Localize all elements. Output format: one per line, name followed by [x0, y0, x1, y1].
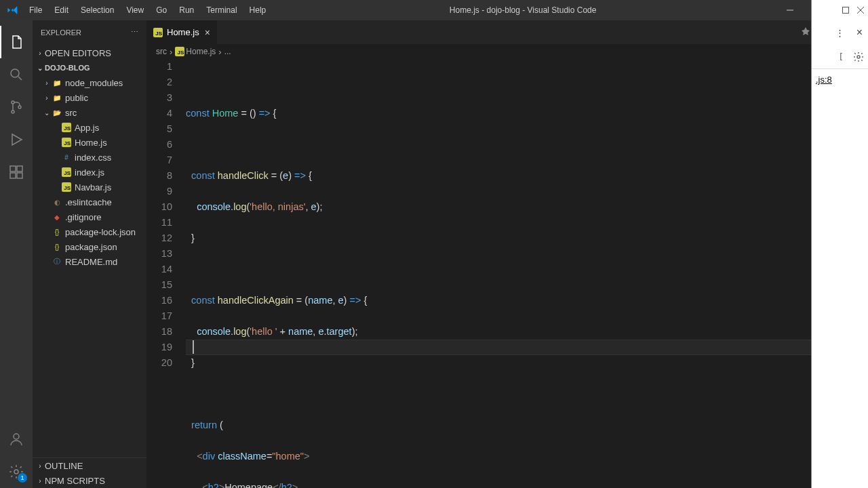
explorer-title: EXPLORER	[41, 28, 81, 37]
explorer-icon[interactable]	[0, 26, 33, 58]
file-home-js[interactable]: JSHome.js	[33, 135, 146, 150]
svg-point-3	[12, 110, 14, 113]
settings-gear-icon[interactable]: 1	[0, 455, 33, 488]
outline-section[interactable]: ›OUTLINE	[33, 458, 146, 473]
svg-rect-7	[10, 173, 16, 178]
svg-point-9	[14, 434, 19, 439]
menu-help[interactable]: Help	[244, 3, 272, 18]
file-package-json[interactable]: {}package.json	[33, 239, 146, 254]
svg-point-13	[857, 56, 860, 58]
folder-src[interactable]: ⌄📂src	[33, 105, 146, 120]
extensions-icon[interactable]	[0, 156, 33, 188]
file-navbar-js[interactable]: JSNavbar.js	[33, 180, 146, 195]
file-readme[interactable]: ⓘREADME.md	[33, 254, 146, 269]
line-gutter: 12345 678910 1112131415 1617181920	[146, 59, 186, 488]
svg-point-2	[12, 101, 14, 104]
window-title: Home.js - dojo-blog - Visual Studio Code	[271, 5, 774, 15]
bg-close-icon[interactable]	[857, 7, 864, 14]
menu-run[interactable]: Run	[174, 3, 199, 18]
file-package-lock[interactable]: {}package-lock.json	[33, 224, 146, 239]
npm-scripts-section[interactable]: ›NPM SCRIPTS	[33, 473, 146, 488]
file-gitignore[interactable]: ◆.gitignore	[33, 209, 146, 224]
background-window: ⋮ × [ .js:8	[811, 0, 868, 488]
file-app-js[interactable]: JSApp.js	[33, 120, 146, 135]
accounts-icon[interactable]	[0, 423, 33, 455]
open-editors-section[interactable]: ›OPEN EDITORS	[33, 45, 146, 60]
tab-close-icon[interactable]: ×	[205, 27, 210, 38]
bg-link[interactable]: .js:8	[816, 75, 832, 85]
menu-view[interactable]: View	[121, 3, 149, 18]
folder-public[interactable]: ›📁public	[33, 90, 146, 105]
menu-bar: File Edit Selection View Go Run Terminal…	[24, 3, 271, 18]
run-debug-icon[interactable]	[0, 123, 33, 156]
search-icon[interactable]	[0, 58, 33, 91]
svg-rect-6	[17, 166, 22, 171]
explorer-more-icon[interactable]: ⋯	[131, 28, 138, 37]
vscode-logo-icon	[0, 5, 24, 16]
breadcrumb[interactable]: src› JS Home.js› ...	[146, 44, 868, 59]
tab-home-js[interactable]: JS Home.js ×	[146, 20, 218, 44]
minimize-button[interactable]	[774, 0, 806, 20]
svg-rect-12	[843, 7, 849, 14]
menu-terminal[interactable]: Terminal	[201, 3, 242, 18]
svg-point-4	[18, 106, 21, 108]
file-eslintcache[interactable]: ◐.eslintcache	[33, 195, 146, 209]
svg-point-1	[11, 69, 19, 77]
activity-bar: 1	[0, 20, 33, 488]
bg-maximize-icon[interactable]	[842, 7, 849, 14]
settings-badge: 1	[18, 473, 27, 483]
menu-selection[interactable]: Selection	[75, 3, 119, 18]
editor-area: JS Home.js × ⋯ src› JS Home.js› ... 1234…	[146, 20, 868, 488]
source-control-icon[interactable]	[0, 91, 33, 123]
file-index-css[interactable]: #index.css	[33, 150, 146, 165]
menu-go[interactable]: Go	[151, 3, 172, 18]
project-root[interactable]: ⌄DOJO-BLOG	[33, 60, 146, 75]
svg-rect-5	[10, 166, 16, 171]
bg-settings-icon[interactable]	[853, 52, 864, 62]
code-content[interactable]: const Home = () => { const handleClick =…	[186, 59, 868, 488]
file-index-js[interactable]: JSindex.js	[33, 165, 146, 180]
folder-node-modules[interactable]: ›📁node_modules	[33, 75, 146, 90]
code-editor[interactable]: 12345 678910 1112131415 1617181920 const…	[146, 59, 868, 488]
bg-tab-close-icon[interactable]: ×	[856, 26, 863, 39]
menu-file[interactable]: File	[24, 3, 47, 18]
bg-menu-dots-icon[interactable]: ⋮	[835, 28, 844, 38]
bg-addr-bracket: [	[838, 52, 844, 62]
menu-edit[interactable]: Edit	[49, 3, 74, 18]
bg-extension-icon[interactable]	[800, 27, 811, 38]
svg-rect-8	[17, 173, 22, 178]
editor-tabs: JS Home.js × ⋯	[146, 20, 868, 44]
sidebar-explorer: EXPLORER ⋯ ›OPEN EDITORS ⌄DOJO-BLOG ›📁no…	[33, 20, 146, 488]
svg-point-10	[14, 470, 18, 474]
titlebar: File Edit Selection View Go Run Terminal…	[0, 0, 868, 20]
